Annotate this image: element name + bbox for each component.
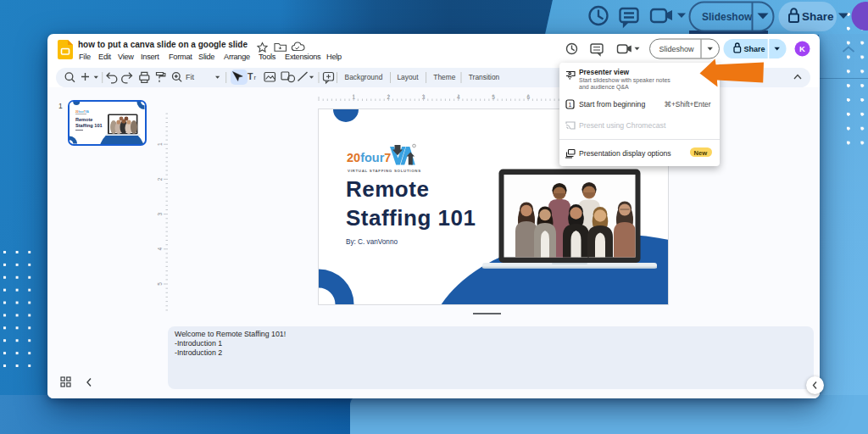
svg-text:K: K (799, 44, 805, 53)
svg-text:Theme: Theme (433, 73, 455, 81)
svg-text:Layout: Layout (397, 73, 419, 81)
svg-text:2: 2 (157, 177, 163, 181)
svg-text:Transition: Transition (469, 73, 500, 81)
svg-text:Fit: Fit (186, 72, 194, 81)
svg-text:By: C. vanVonno: By: C. vanVonno (346, 238, 398, 246)
svg-text:Staffing 101: Staffing 101 (346, 205, 476, 231)
svg-text:Staffing 101: Staffing 101 (75, 123, 103, 128)
svg-text:3: 3 (157, 212, 163, 215)
svg-text:4: 4 (157, 248, 163, 251)
svg-text:1: 1 (157, 142, 163, 146)
svg-text:r: r (254, 74, 257, 81)
svg-text:Background: Background (345, 73, 383, 81)
svg-text:Share: Share (802, 10, 834, 23)
svg-text:20four7: 20four7 (347, 151, 391, 164)
svg-text:VIRTUAL STAFFING SOLUTIONS: VIRTUAL STAFFING SOLUTIONS (348, 169, 421, 173)
svg-text:20four7VA: 20four7VA (75, 110, 89, 114)
svg-text:Remote: Remote (75, 117, 92, 122)
svg-text:Remote: Remote (346, 176, 429, 202)
svg-text:Slideshow: Slideshow (702, 11, 753, 23)
svg-text:5: 5 (157, 282, 163, 286)
svg-text:T: T (248, 71, 253, 81)
svg-text:Slideshow: Slideshow (659, 45, 695, 53)
svg-text:1: 1 (568, 102, 571, 108)
